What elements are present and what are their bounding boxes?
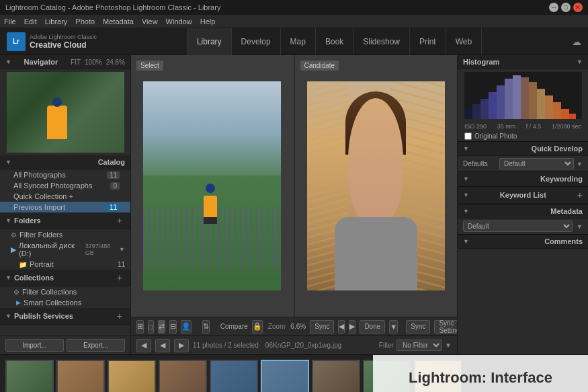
quick-develop-section: ▼ Quick Develop Defaults Default ▼ (458, 141, 588, 171)
collections-header[interactable]: ▼ Collections + (0, 270, 130, 286)
collection-filter[interactable]: ⚙ Filter Collections (0, 286, 130, 297)
filmstrip-nav-prev[interactable]: ◀ (155, 339, 170, 352)
thumb-5[interactable] (210, 360, 258, 393)
filmstrip-toggle-btn[interactable]: ◀ (136, 339, 151, 352)
filter-expand-icon[interactable]: ▼ (445, 342, 452, 349)
catalog-previous-import[interactable]: Previous Import 11 (0, 202, 130, 212)
quick-develop-header[interactable]: ▼ Quick Develop (458, 141, 588, 156)
collection-filter-icon: ⚙ (13, 288, 19, 296)
thumb-3[interactable] (108, 360, 156, 393)
disk-dropdown-icon[interactable]: ▼ (119, 246, 125, 253)
menu-library[interactable]: Library (45, 17, 68, 26)
qd-preset-dropdown-icon[interactable]: ▼ (577, 161, 583, 167)
svg-rect-2 (480, 99, 489, 119)
navigator-header[interactable]: ▼ Navigator FIT 100% 24.6% (0, 55, 130, 69)
keywording-header[interactable]: ▼ Keywording (458, 171, 588, 186)
import-button[interactable]: Import... (5, 339, 64, 352)
keyword-list-header[interactable]: ▼ Keyword List + (458, 186, 588, 204)
nav-right-btn[interactable]: ▶ (349, 320, 355, 334)
keyword-list-add-icon[interactable]: + (577, 190, 583, 200)
thumb-1[interactable] (5, 360, 54, 393)
menu-edit[interactable]: Edit (24, 17, 37, 26)
export-button[interactable]: Export... (67, 339, 125, 352)
menu-file[interactable]: File (4, 17, 16, 26)
filmstrip-info: 11 photos / 2 selected (193, 342, 259, 349)
candidate-photo-container[interactable] (307, 81, 445, 290)
metadata-preset-select[interactable]: Default (463, 221, 573, 232)
comments-header[interactable]: ▼ Comments (458, 234, 588, 249)
app-name-large: Creative Cloud (30, 40, 97, 50)
swap-btn[interactable]: ⇅ (202, 320, 210, 334)
catalog-synced-photos[interactable]: All Synced Photographs 0 (0, 180, 130, 191)
catalog-all-photos[interactable]: All Photographs 11 (0, 169, 130, 180)
svg-rect-4 (497, 85, 505, 119)
tab-web[interactable]: Web (446, 28, 482, 55)
collections-add-button[interactable]: + (114, 272, 125, 283)
compare-view-btn[interactable]: ⇄ (158, 320, 165, 334)
folders-header[interactable]: ▼ Folders + (0, 212, 130, 229)
tab-print[interactable]: Print (410, 28, 446, 55)
menu-help[interactable]: Help (200, 17, 216, 26)
select-pane: Select (131, 55, 295, 317)
meta-preset-dropdown-icon[interactable]: ▼ (577, 223, 583, 230)
center-area: Select Candidate (131, 55, 457, 354)
menu-view[interactable]: View (142, 17, 158, 26)
tab-develop[interactable]: Develop (232, 28, 281, 55)
qd-preset-select[interactable]: Default (499, 158, 574, 169)
folders-section: ▼ Folders + ⚙ Filter Folders ▶ Локальный… (0, 212, 130, 270)
menu-window[interactable]: Window (166, 17, 192, 26)
sync-right-btn[interactable]: Sync (406, 320, 430, 334)
minimize-button[interactable]: ─ (549, 3, 558, 12)
maximize-button[interactable]: □ (561, 3, 571, 12)
folder-filter[interactable]: ⚙ Filter Folders (0, 229, 130, 240)
lock-icon[interactable]: 🔒 (252, 320, 263, 334)
menu-metadata[interactable]: Metadata (103, 17, 134, 26)
smart-collections-group[interactable]: ▶ Smart Collections (0, 297, 130, 308)
loupe-view-btn[interactable]: □ (148, 320, 154, 334)
metadata-section: ▼ Metadata Default ▼ (458, 204, 588, 234)
thumb-2[interactable] (56, 360, 105, 393)
candidate-pane: Candidate (295, 55, 458, 317)
tab-library[interactable]: Library (187, 28, 232, 55)
panel-bottom-buttons: Import... Export... (0, 336, 130, 354)
metadata-header[interactable]: ▼ Metadata (458, 204, 588, 219)
thumb-4[interactable] (159, 360, 207, 393)
svg-rect-0 (464, 109, 472, 119)
people-view-btn[interactable]: 👤 (181, 320, 192, 334)
tab-map[interactable]: Map (281, 28, 316, 55)
catalog-header[interactable]: ▼ Catalog (0, 155, 130, 169)
close-button[interactable]: ✕ (573, 3, 583, 12)
folder-portrait[interactable]: 📁 Portrait 11 (0, 259, 130, 270)
thumb-6-selected[interactable] (261, 360, 309, 393)
original-photo-checkbox[interactable] (464, 132, 472, 140)
publish-header[interactable]: ▼ Publish Services + (0, 308, 130, 325)
nav-figure-head (52, 97, 62, 107)
keyword-list-title: Keyword List (500, 191, 546, 199)
disk-label: Локальный диск (D:) (19, 241, 80, 258)
survey-view-btn[interactable]: ⊟ (169, 320, 177, 334)
menu-photo[interactable]: Photo (75, 17, 95, 26)
thumb-7[interactable] (312, 360, 360, 393)
catalog-quick-collection[interactable]: Quick Collection + (0, 191, 130, 202)
nav-zoom-btn[interactable]: 24.6% (106, 58, 125, 66)
publish-add-button[interactable]: + (114, 311, 125, 321)
smart-coll-expand-icon: ▶ (16, 299, 21, 306)
nav-100-btn[interactable]: 100% (85, 58, 102, 66)
tab-book[interactable]: Book (316, 28, 353, 55)
folder-disk-item[interactable]: ▶ Локальный диск (D:) 3297/488 GB ▼ (0, 240, 130, 259)
nav-fit-btn[interactable]: FIT (71, 58, 81, 66)
folders-add-button[interactable]: + (114, 215, 125, 226)
quick-develop-title: Quick Develop (532, 145, 583, 153)
filter-dropdown[interactable]: No Filter (396, 340, 442, 351)
tab-slideshow[interactable]: Slideshow (353, 28, 410, 55)
done-dropdown-icon[interactable]: ▼ (389, 320, 398, 334)
nav-left-btn[interactable]: ◀ (338, 320, 345, 334)
histogram-header[interactable]: Histogram ▼ (458, 55, 588, 69)
cloud-icon[interactable]: ☁ (572, 36, 581, 47)
done-btn[interactable]: Done (360, 320, 385, 334)
publish-collapse-icon: ▼ (5, 313, 11, 319)
select-photo-container[interactable] (143, 81, 281, 290)
filmstrip-nav-next[interactable]: ▶ (174, 339, 189, 352)
sync-bottom-btn[interactable]: Sync (310, 320, 334, 334)
grid-view-btn[interactable]: ⊞ (136, 320, 144, 334)
